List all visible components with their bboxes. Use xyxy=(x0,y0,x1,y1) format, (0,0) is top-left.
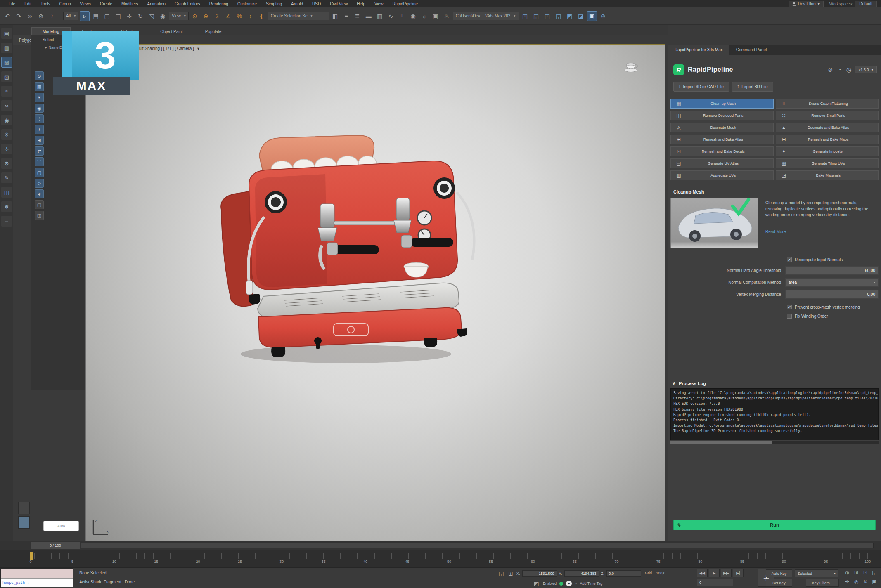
rect-selection-icon[interactable]: ▢ xyxy=(102,11,112,21)
x-camera-icon[interactable]: ◉ xyxy=(35,104,44,113)
reference-coordinate-dropdown[interactable]: View ▾ xyxy=(169,12,189,20)
unlink-icon[interactable]: ⊘ xyxy=(36,11,46,21)
track-strip[interactable] xyxy=(81,543,874,548)
menu-item[interactable]: Arnold xyxy=(287,2,308,6)
named-selection-sets-input[interactable]: Create Selection Se ▾ xyxy=(268,12,329,20)
preset-remove-occluded-parts[interactable]: ◫ Remove Occluded Parts xyxy=(670,111,774,120)
x-select-icon[interactable]: ⊙ xyxy=(35,71,44,80)
scene-a-icon[interactable]: ▤ xyxy=(1,28,12,39)
pick-icon[interactable]: ⌖ xyxy=(1,86,12,97)
preset-remove-small-parts[interactable]: ∷ Remove Small Parts xyxy=(776,111,879,120)
render-setup-icon[interactable]: ☼ xyxy=(419,11,429,21)
plugin-c-icon[interactable]: ◳ xyxy=(542,11,552,21)
preset-cleanup-mesh[interactable]: ▦ Clean-up Mesh xyxy=(670,99,774,109)
user-account-button[interactable]: Dev Elluri ▾ xyxy=(789,1,824,7)
preset-decimate-mesh[interactable]: ◬ Decimate Mesh xyxy=(670,123,774,132)
x-helper-icon[interactable]: ⊹ xyxy=(35,114,44,123)
layout-tab-2[interactable] xyxy=(18,516,30,529)
current-frame-field[interactable]: 0 xyxy=(697,579,733,586)
frame-window-icon[interactable]: ▣ xyxy=(431,11,441,21)
key-filters-button[interactable]: Key Filters... xyxy=(806,579,839,587)
disable-circle-icon[interactable]: ⊘ xyxy=(598,11,608,21)
menu-item[interactable]: Scripting xyxy=(261,2,287,6)
log-scrollbar-thumb[interactable] xyxy=(670,441,772,444)
isolate-selection-icon[interactable]: ◲ xyxy=(497,570,505,577)
zoom-region-icon[interactable]: ◱ xyxy=(870,569,879,577)
panel-tab[interactable]: RapidPipeline for 3ds Max xyxy=(668,45,729,55)
angle-snap-icon[interactable]: ∠ xyxy=(223,11,233,21)
select-link-icon[interactable]: ∞ xyxy=(25,11,35,21)
x-light-icon[interactable]: ☀ xyxy=(35,93,44,102)
edit-named-sets-icon[interactable]: ❴ xyxy=(257,11,267,21)
curve-editor-icon[interactable]: ∿ xyxy=(386,11,396,21)
select-by-name-icon[interactable]: ▤ xyxy=(91,11,101,21)
layout-tab-1[interactable] xyxy=(18,502,30,514)
website-icon[interactable]: ⊘ xyxy=(828,66,833,73)
scene-d-icon[interactable]: ▨ xyxy=(1,71,12,82)
select-object-icon[interactable]: ▹ xyxy=(80,11,90,21)
menu-item[interactable]: Tools xyxy=(36,2,54,6)
next-frame-icon[interactable]: ▶▶ xyxy=(721,569,732,577)
frame-counter[interactable]: 0 / 100 xyxy=(31,542,80,549)
plugin-b-icon[interactable]: ◱ xyxy=(531,11,541,21)
menu-item[interactable]: Civil View xyxy=(325,2,352,6)
x-xref-icon[interactable]: ⇄ xyxy=(35,146,44,156)
walk-through-icon[interactable]: ↯ xyxy=(861,578,869,586)
undo-icon[interactable]: ↶ xyxy=(2,11,12,21)
preset-bake-materials[interactable]: ◲ Bake Materials xyxy=(776,170,879,180)
maximize-viewport-icon[interactable]: ▣ xyxy=(870,578,879,586)
freeze-icon[interactable]: ❄ xyxy=(1,201,12,212)
display-icon[interactable]: ◫ xyxy=(1,187,12,198)
add-time-tag[interactable]: Add Time Tag xyxy=(580,581,602,586)
espresso-machine-model[interactable] xyxy=(210,123,490,371)
process-log-output[interactable]: Saving asset to file 'C:\programdata\aut… xyxy=(670,388,879,440)
ribbon-tab[interactable]: Object Paint xyxy=(149,28,193,35)
prevent-merge-row[interactable]: ✔ Prevent cross-mesh vertex merging xyxy=(787,305,881,309)
menu-item[interactable]: Animation xyxy=(143,2,170,6)
listener-macro-line[interactable] xyxy=(1,569,73,579)
play-icon[interactable]: ▶ xyxy=(709,569,720,577)
x-mesh-icon[interactable]: ▦ xyxy=(35,82,44,91)
y-coordinate-field[interactable]: -4194.383 xyxy=(564,570,599,577)
recompute-normals-checkbox[interactable]: ✔ xyxy=(787,257,792,262)
fix-winding-row[interactable]: Fix Winding Order xyxy=(787,314,881,319)
selection-set-dropdown[interactable]: Selected ▾ xyxy=(795,569,838,577)
menu-item[interactable]: RapidPipeline xyxy=(388,2,422,6)
window-crossing-icon[interactable]: ◫ xyxy=(113,11,123,21)
use-center-icon[interactable]: ⊕ xyxy=(201,11,211,21)
x-group-icon[interactable]: ⊞ xyxy=(35,136,44,145)
menu-item[interactable]: Views xyxy=(76,2,96,6)
preset-decimate-and-bake-atlas[interactable]: ▲ Decimate and Bake Atlas xyxy=(776,123,879,132)
selection-filter-dropdown[interactable]: All ▾ xyxy=(63,12,78,20)
timeline-playhead[interactable] xyxy=(30,552,33,560)
expand-arrow-icon[interactable]: ▸ xyxy=(45,45,47,50)
lock-icon[interactable]: ● xyxy=(566,581,572,586)
workspace-select[interactable]: Default xyxy=(855,1,877,7)
toggle-ribbon-icon[interactable]: ▬ xyxy=(364,11,374,21)
preset-remesh-and-bake-maps[interactable]: ⊟ Remesh and Bake Maps xyxy=(776,135,879,144)
menu-item[interactable]: Create xyxy=(95,2,117,6)
preset-remesh-and-bake-atlas[interactable]: ⊞ Remesh and Bake Atlas xyxy=(670,135,774,144)
bind-spacewarp-icon[interactable]: ≀ xyxy=(47,11,57,21)
scene-b-icon[interactable]: ▦ xyxy=(1,43,12,53)
rapidpipeline-toggle-icon[interactable]: ▣ xyxy=(587,11,597,21)
links-icon[interactable]: ∞ xyxy=(1,100,12,111)
scene-explorer-icon[interactable]: ▥ xyxy=(375,11,385,21)
process-log-header[interactable]: ∨ Process Log xyxy=(668,380,881,388)
menu-item[interactable]: Customize xyxy=(233,2,261,6)
pan-icon[interactable]: ✛ xyxy=(843,578,851,586)
layer-manager-icon[interactable]: ≣ xyxy=(353,11,362,21)
auto-key-button[interactable]: Auto Key xyxy=(766,569,792,577)
prevent-merge-checkbox[interactable]: ✔ xyxy=(787,305,792,309)
log-scrollbar[interactable] xyxy=(670,441,879,444)
auto-field[interactable]: Auto xyxy=(43,521,79,531)
scale-icon[interactable]: ◹ xyxy=(147,11,156,21)
x-container-icon[interactable]: ▢ xyxy=(35,168,44,177)
go-to-end-icon[interactable]: ▶| xyxy=(733,569,744,577)
rotate-icon[interactable]: ↻ xyxy=(135,11,145,21)
zoom-all-icon[interactable]: ⊞ xyxy=(852,569,860,577)
schematic-view-icon[interactable]: ⌗ xyxy=(397,11,407,21)
selection-lock-icon[interactable]: ⊞ xyxy=(507,570,514,577)
preset-remesh-and-bake-decals[interactable]: ⊡ Remesh and Bake Decals xyxy=(670,146,774,156)
set-key-button[interactable]: Set Key xyxy=(766,579,792,587)
